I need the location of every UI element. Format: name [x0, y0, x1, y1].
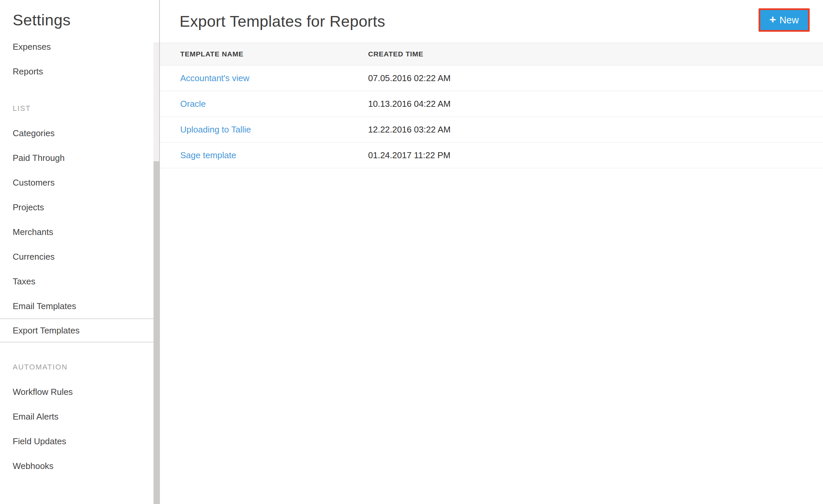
column-header-template-name: TEMPLATE NAME	[160, 50, 368, 58]
sidebar-item-expenses[interactable]: Expenses	[0, 34, 154, 59]
created-time-cell: 12.22.2016 03:22 AM	[368, 125, 823, 135]
settings-page: Settings ExpensesReportsLISTCategoriesPa…	[0, 0, 823, 504]
sidebar-section-list: LIST	[0, 96, 154, 121]
sidebar-item-field-updates[interactable]: Field Updates	[0, 429, 154, 454]
sidebar-item-categories[interactable]: Categories	[0, 121, 154, 146]
sidebar-item-webhooks[interactable]: Webhooks	[0, 454, 154, 478]
table-row: Uploading to Tallie12.22.2016 03:22 AM	[160, 117, 823, 143]
table-header-row: TEMPLATE NAME CREATED TIME	[160, 43, 823, 65]
templates-table-body: Accountant's view07.05.2016 02:22 AMOrac…	[160, 65, 823, 168]
sidebar-item-paid-through[interactable]: Paid Through	[0, 146, 154, 170]
new-button-label: New	[779, 15, 799, 26]
page-title: Export Templates for Reports	[180, 12, 385, 30]
template-name-link[interactable]: Accountant's view	[180, 73, 249, 83]
template-name-link[interactable]: Oracle	[180, 99, 206, 109]
sidebar: Settings ExpensesReportsLISTCategoriesPa…	[0, 0, 160, 504]
sidebar-item-export-templates[interactable]: Export Templates	[0, 318, 154, 342]
sidebar-item-customers[interactable]: Customers	[0, 170, 154, 195]
created-time-cell: 10.13.2016 04:22 AM	[368, 99, 823, 109]
sidebar-item-merchants[interactable]: Merchants	[0, 220, 154, 244]
template-name-link[interactable]: Sage template	[180, 150, 236, 160]
sidebar-title: Settings	[13, 11, 71, 29]
column-header-created-time: CREATED TIME	[368, 50, 823, 58]
sidebar-item-email-templates[interactable]: Email Templates	[0, 294, 154, 318]
sidebar-item-email-alerts[interactable]: Email Alerts	[0, 404, 154, 429]
templates-table: TEMPLATE NAME CREATED TIME Accountant's …	[160, 43, 823, 168]
table-row: Accountant's view07.05.2016 02:22 AM	[160, 65, 823, 91]
sidebar-item-workflow-rules[interactable]: Workflow Rules	[0, 379, 154, 404]
created-time-cell: 01.24.2017 11:22 PM	[368, 150, 823, 161]
template-name-cell: Accountant's view	[160, 73, 368, 83]
table-row: Oracle10.13.2016 04:22 AM	[160, 91, 823, 117]
sidebar-item-projects[interactable]: Projects	[0, 195, 154, 220]
main-content: Export Templates for Reports + New TEMPL…	[160, 0, 823, 504]
created-time-cell: 07.05.2016 02:22 AM	[368, 73, 823, 83]
template-name-link[interactable]: Uploading to Tallie	[180, 125, 251, 135]
table-row: Sage template01.24.2017 11:22 PM	[160, 143, 823, 168]
sidebar-item-taxes[interactable]: Taxes	[0, 269, 154, 294]
sidebar-item-currencies[interactable]: Currencies	[0, 244, 154, 269]
template-name-cell: Sage template	[160, 150, 368, 161]
sidebar-nav: ExpensesReportsLISTCategoriesPaid Throug…	[0, 34, 154, 478]
sidebar-item-reports[interactable]: Reports	[0, 59, 154, 84]
sidebar-scrollbar-thumb[interactable]	[154, 161, 160, 504]
template-name-cell: Uploading to Tallie	[160, 125, 368, 135]
plus-icon: +	[770, 14, 776, 25]
sidebar-section-automation: AUTOMATION	[0, 355, 154, 379]
template-name-cell: Oracle	[160, 99, 368, 109]
new-button[interactable]: + New	[759, 8, 810, 32]
